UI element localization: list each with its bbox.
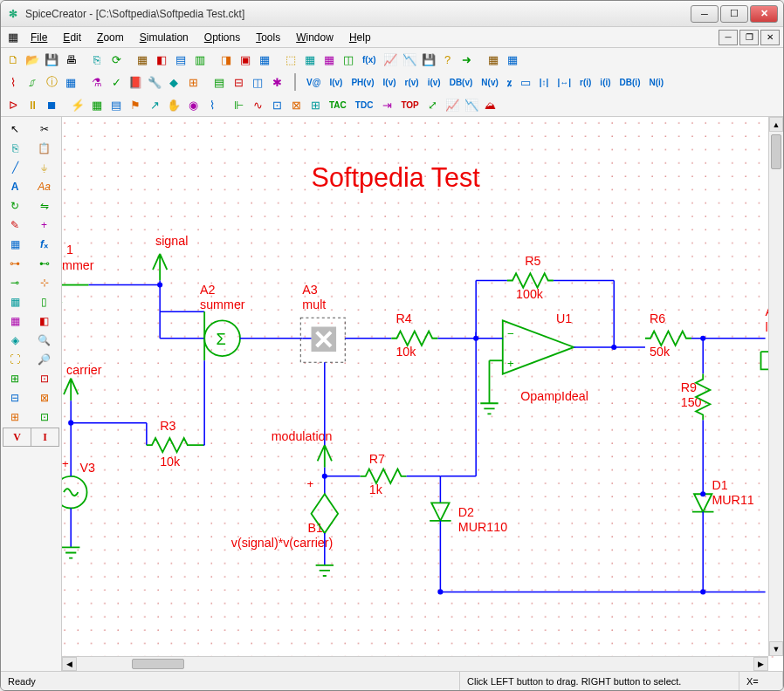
tool-icon[interactable]: ✱ xyxy=(268,73,285,91)
tool-icon[interactable]: ⊡ xyxy=(32,408,57,426)
find-icon[interactable]: 🔎 xyxy=(32,351,57,368)
tdc-icon[interactable]: TDC xyxy=(352,96,377,113)
tool-icon[interactable]: ▦ xyxy=(134,51,151,68)
tool-icon[interactable]: ⊩ xyxy=(230,96,247,113)
meas-ri[interactable]: r(i) xyxy=(576,73,595,91)
meas-ni[interactable]: N(i) xyxy=(645,73,667,91)
text-aa-icon[interactable]: Aa xyxy=(32,178,57,195)
tool-icon[interactable]: ◉ xyxy=(184,96,202,113)
plot-icon[interactable]: 📉 xyxy=(463,96,480,113)
help-icon[interactable]: ? xyxy=(439,51,457,68)
tool-icon[interactable]: ⊞ xyxy=(306,96,324,113)
maximize-button[interactable]: ☐ xyxy=(720,5,748,23)
plot-icon[interactable]: 📈 xyxy=(444,96,461,113)
tool-icon[interactable]: ⊞ xyxy=(3,408,27,426)
arrow-icon[interactable]: ➜ xyxy=(458,51,476,68)
scale-icon[interactable]: ⤢ xyxy=(424,96,442,113)
meas-ph[interactable]: PH(v) xyxy=(347,73,377,91)
meas-iv3[interactable]: i(v) xyxy=(424,73,444,91)
conn-icon[interactable]: ⊹ xyxy=(32,274,57,291)
chart-icon[interactable]: 📉 xyxy=(401,51,418,68)
chart-icon[interactable]: 📈 xyxy=(382,51,399,68)
save2-icon[interactable]: 💾 xyxy=(420,51,437,68)
current-mode-button[interactable]: I xyxy=(31,428,58,446)
save-icon[interactable]: 💾 xyxy=(43,51,60,68)
target-icon[interactable]: ◈ xyxy=(3,332,27,349)
voltage-mode-button[interactable]: V xyxy=(3,428,31,446)
scissors-icon[interactable]: ✂ xyxy=(32,120,57,138)
copy-icon[interactable]: ⎘ xyxy=(88,51,106,68)
scroll-left-icon[interactable]: ◀ xyxy=(62,657,77,671)
tool-icon[interactable]: ▤ xyxy=(172,51,189,68)
meas-bars[interactable]: |↕| xyxy=(536,73,553,91)
tool-icon[interactable]: ▦ xyxy=(485,51,502,68)
meas-iv2[interactable]: I(v) xyxy=(380,73,400,91)
menu-options[interactable]: Options xyxy=(197,29,247,46)
tool-icon[interactable]: ▦ xyxy=(256,51,273,68)
check-icon[interactable]: ✓ xyxy=(107,73,125,91)
edit-icon[interactable]: ✎ xyxy=(3,216,27,234)
top-icon[interactable]: TOP xyxy=(397,96,422,113)
tool-icon[interactable]: ▤ xyxy=(107,96,125,113)
scrollbar-thumb[interactable] xyxy=(132,659,184,669)
fx-icon[interactable]: f(x) xyxy=(359,51,380,68)
tool-icon[interactable]: ◆ xyxy=(165,73,182,91)
meas-x[interactable]: 𝛘 xyxy=(504,73,515,91)
text-a-icon[interactable]: A xyxy=(3,178,27,195)
copy-icon[interactable]: ⎘ xyxy=(3,140,27,157)
meas-vat[interactable]: V@ xyxy=(303,73,324,91)
wrench-icon[interactable]: 🔧 xyxy=(146,73,163,91)
pause-icon[interactable]: ⏸ xyxy=(24,96,41,113)
mdi-minimize-button[interactable]: ─ xyxy=(719,30,738,45)
print-icon[interactable]: 🖶 xyxy=(62,51,79,68)
zoom-icon[interactable]: 🔍 xyxy=(32,332,57,349)
tool-icon[interactable]: ⊡ xyxy=(32,370,57,387)
meas-rv[interactable]: r(v) xyxy=(402,73,423,91)
mdi-close-button[interactable]: ✕ xyxy=(760,30,780,45)
horizontal-scrollbar[interactable]: ◀ ▶ xyxy=(62,656,768,671)
menu-tools[interactable]: Tools xyxy=(249,29,287,46)
tool-icon[interactable]: ▦ xyxy=(88,96,106,113)
tool-icon[interactable]: ▦ xyxy=(320,51,338,68)
conn-icon[interactable]: ⊸ xyxy=(3,274,27,291)
stop-icon[interactable]: ⏹ xyxy=(43,96,60,113)
open-icon[interactable]: 📂 xyxy=(24,51,41,68)
tool-icon[interactable]: ⊠ xyxy=(287,96,305,113)
meas-dbi[interactable]: DB(i) xyxy=(616,73,644,91)
menu-file[interactable]: File xyxy=(24,29,54,46)
refresh-icon[interactable]: ⟳ xyxy=(107,51,125,68)
meas-ii[interactable]: i(i) xyxy=(596,73,614,91)
tool-icon[interactable]: ◨ xyxy=(217,51,235,68)
tool-icon[interactable]: ◫ xyxy=(249,73,266,91)
resistor-icon[interactable]: ⌇ xyxy=(203,96,221,113)
schematic-canvas[interactable]: Softpedia Test signal 1 mmer A2 xyxy=(62,117,783,671)
hand-icon[interactable]: ✋ xyxy=(165,96,182,113)
tool-icon[interactable]: ↗ xyxy=(146,96,163,113)
tool-icon[interactable]: ◫ xyxy=(340,51,357,68)
grid-icon[interactable]: ▦ xyxy=(3,293,27,311)
step-icon[interactable]: ⇥ xyxy=(378,96,395,113)
cursor-icon[interactable]: ↖ xyxy=(3,120,27,138)
grid-icon[interactable]: ▦ xyxy=(3,312,27,330)
tool-icon[interactable]: ▦ xyxy=(301,51,319,68)
meas-nv[interactable]: N(v) xyxy=(478,73,501,91)
tool-icon[interactable]: ▦ xyxy=(504,51,521,68)
flip-icon[interactable]: ⇋ xyxy=(32,197,57,215)
fx-icon[interactable]: fₓ xyxy=(32,236,57,253)
tool-icon[interactable]: ◧ xyxy=(32,312,57,330)
tool-icon[interactable]: ⊟ xyxy=(230,73,247,91)
tool-icon[interactable]: ⊡ xyxy=(268,96,285,113)
tool-icon[interactable]: ⊞ xyxy=(3,370,27,387)
tool-icon[interactable]: ▣ xyxy=(237,51,254,68)
meas-db[interactable]: DB(v) xyxy=(446,73,477,91)
book-icon[interactable]: 📕 xyxy=(127,73,144,91)
titlebar[interactable]: ✻ SpiceCreator - [C:\Softpedia\Softpedia… xyxy=(1,1,783,27)
schematic-icon[interactable]: ⌇ xyxy=(4,73,22,91)
ic-icon[interactable]: ▯ xyxy=(32,293,57,311)
tool-icon[interactable]: ▥ xyxy=(191,51,209,68)
tool-icon[interactable]: ⊞ xyxy=(184,73,202,91)
wave-icon[interactable]: ∿ xyxy=(249,96,266,113)
meas-bars2[interactable]: |↔| xyxy=(554,73,574,91)
tool-icon[interactable]: ◧ xyxy=(153,51,170,68)
conn-icon[interactable]: ⊷ xyxy=(32,255,57,272)
